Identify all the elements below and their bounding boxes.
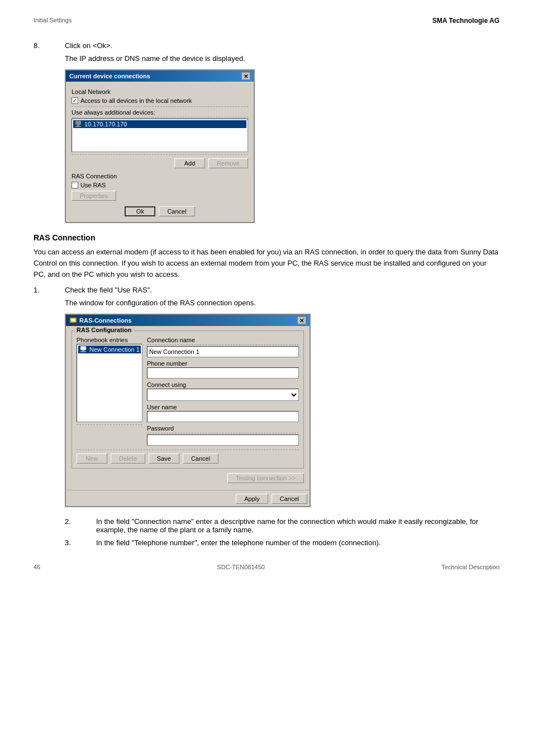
svg-rect-5 bbox=[80, 346, 86, 350]
device-connections-dialog: Current device connections ✕ Local Netwo… bbox=[65, 69, 255, 223]
divider-2 bbox=[72, 117, 248, 117]
ras-title-icon bbox=[69, 316, 77, 324]
properties-btn-wrapper: Properties bbox=[72, 191, 248, 201]
step-3-item: 3. In the field "Telephone number", ente… bbox=[65, 538, 499, 547]
phonebook-label: Phonebook entries bbox=[77, 337, 142, 343]
ras-left-panel: Phonebook entries New Connection 1 bbox=[77, 337, 142, 448]
local-network-checkbox[interactable] bbox=[72, 97, 78, 104]
ras-inner-button-row: New Delete Save Cancel bbox=[77, 453, 299, 464]
page-header: Initial Settings SMA Technologie AG bbox=[34, 17, 499, 25]
ras-buttons-divider bbox=[77, 450, 299, 450]
step-1-instruction: Check the field "Use RAS". bbox=[65, 286, 152, 294]
device-dialog-title: Current device connections bbox=[69, 73, 150, 79]
device-add-button[interactable]: Add bbox=[174, 158, 205, 168]
local-network-label: Local Network bbox=[72, 88, 248, 95]
ras-right-panel: Connection name Phone number Connect usi… bbox=[147, 337, 299, 448]
step-1-num: 1. bbox=[34, 286, 56, 294]
step-2-num: 2. bbox=[65, 517, 87, 534]
ras-config-group: RAS Configuration Phonebook entries bbox=[72, 330, 304, 469]
testing-row: Testing connection >> bbox=[72, 472, 304, 484]
ras-dialog-close[interactable]: ✕ bbox=[297, 316, 306, 324]
ras-dialog-title: RAS-Connections bbox=[79, 317, 132, 324]
step-8-num: 8. bbox=[34, 41, 56, 50]
step-1-line: 1. Check the field "Use RAS". bbox=[34, 286, 499, 294]
ras-connections-dialog-wrapper: RAS-Connections ✕ RAS Configuration Phon… bbox=[65, 314, 499, 507]
ras-bottom-button-row: Apply Cancel bbox=[66, 490, 310, 506]
device-list-item[interactable]: 10.170.170.170 bbox=[73, 120, 246, 128]
ras-delete-button[interactable]: Delete bbox=[111, 453, 145, 464]
step-8-subtext: The IP address or DNS name of the device… bbox=[65, 54, 499, 63]
phonebook-item[interactable]: New Connection 1 bbox=[78, 346, 141, 353]
page-footer: 46 SDC-TEN081450 Technical Description bbox=[34, 564, 499, 570]
ras-cancel-outer-button[interactable]: Cancel bbox=[272, 494, 307, 504]
bottom-steps: 2. In the field "Connection name" enter … bbox=[65, 517, 499, 547]
svg-rect-0 bbox=[75, 121, 81, 125]
phonebook-icon bbox=[79, 346, 87, 353]
use-ras-checkbox[interactable] bbox=[72, 182, 78, 188]
use-ras-row: Use RAS bbox=[72, 182, 248, 188]
phone-input[interactable] bbox=[147, 367, 299, 379]
svg-rect-2 bbox=[75, 126, 81, 127]
device-list-item-label: 10.170.170.170 bbox=[84, 121, 127, 127]
device-dialog-close[interactable]: ✕ bbox=[241, 72, 250, 80]
ras-new-button[interactable]: New bbox=[77, 453, 107, 464]
divider-3 bbox=[72, 154, 248, 155]
step-8-line: 8. Click on <Ok>. bbox=[34, 41, 499, 50]
svg-rect-7 bbox=[80, 351, 86, 352]
step-3-text: In the field "Telephone number", enter t… bbox=[96, 538, 380, 547]
user-name-label: User name bbox=[147, 404, 299, 410]
device-connections-dialog-wrapper: Current device connections ✕ Local Netwo… bbox=[65, 69, 499, 223]
properties-button[interactable]: Properties bbox=[72, 191, 116, 201]
phonebook-item-label: New Connection 1 bbox=[89, 346, 140, 353]
conn-name-divider bbox=[147, 344, 299, 345]
ras-connections-dialog: RAS-Connections ✕ RAS Configuration Phon… bbox=[65, 314, 311, 507]
device-buttons: Add Remove bbox=[72, 158, 248, 168]
step-3-num: 3. bbox=[65, 538, 87, 547]
password-divider bbox=[147, 433, 299, 433]
use-always-label: Use always additional devices: bbox=[72, 109, 248, 116]
ras-connection-label: RAS Connection bbox=[72, 173, 248, 179]
device-dialog-content: Local Network Access to all devices in t… bbox=[66, 82, 254, 222]
ras-dialog-titlebar: RAS-Connections ✕ bbox=[66, 315, 310, 326]
step-2-item: 2. In the field "Connection name" enter … bbox=[65, 517, 499, 534]
ras-config-label: RAS Configuration bbox=[75, 327, 132, 333]
divider-1 bbox=[72, 106, 248, 107]
ras-inner-layout: Phonebook entries New Connection 1 bbox=[77, 337, 299, 448]
ras-cancel-inner-button[interactable]: Cancel bbox=[183, 453, 218, 464]
use-ras-label: Use RAS bbox=[80, 182, 106, 188]
step-2-text: In the field "Connection name" enter a d… bbox=[96, 517, 499, 534]
testing-connection-button[interactable]: Testing connection >> bbox=[227, 473, 304, 483]
footer-page-num: 46 bbox=[34, 564, 40, 570]
header-right: SMA Technologie AG bbox=[432, 17, 499, 25]
password-label: Password bbox=[147, 425, 299, 432]
ras-section-body: You can access an external modem (if acc… bbox=[34, 247, 499, 280]
ras-save-button[interactable]: Save bbox=[149, 453, 179, 464]
step-8-instruction: Click on <Ok>. bbox=[65, 41, 112, 50]
user-name-input[interactable] bbox=[147, 411, 299, 422]
device-list-box[interactable]: 10.170.170.170 bbox=[72, 119, 248, 152]
ras-apply-button[interactable]: Apply bbox=[236, 494, 268, 504]
device-ok-cancel-row: Ok Cancel bbox=[72, 206, 248, 216]
password-input[interactable] bbox=[147, 434, 299, 446]
conn-name-input[interactable] bbox=[147, 346, 299, 357]
device-ok-button[interactable]: Ok bbox=[125, 206, 155, 216]
footer-doc-type: Technical Description bbox=[441, 564, 499, 570]
connect-using-select[interactable] bbox=[147, 389, 299, 401]
conn-name-label: Connection name bbox=[147, 337, 299, 343]
ras-section-heading: RAS Connection bbox=[34, 233, 499, 242]
svg-rect-4 bbox=[71, 319, 75, 322]
device-remove-button[interactable]: Remove bbox=[208, 158, 248, 168]
ras-dialog-content: RAS Configuration Phonebook entries bbox=[66, 326, 310, 490]
ras-config-content: Phonebook entries New Connection 1 bbox=[77, 337, 299, 464]
step-1-subtext: The window for configuration of the RAS … bbox=[65, 299, 499, 307]
network-icon bbox=[74, 121, 82, 127]
svg-rect-1 bbox=[77, 125, 79, 126]
ras-group: RAS Connection Use RAS Properties bbox=[72, 173, 248, 201]
svg-rect-6 bbox=[82, 350, 84, 351]
phonebook-list[interactable]: New Connection 1 bbox=[77, 344, 142, 422]
device-dialog-titlebar: Current device connections ✕ bbox=[66, 70, 254, 82]
local-network-checkbox-label: Access to all devices in the local netwo… bbox=[80, 97, 192, 104]
local-network-checkbox-row: Access to all devices in the local netwo… bbox=[72, 97, 248, 104]
device-cancel-button[interactable]: Cancel bbox=[159, 206, 194, 216]
header-left: Initial Settings bbox=[34, 17, 72, 23]
